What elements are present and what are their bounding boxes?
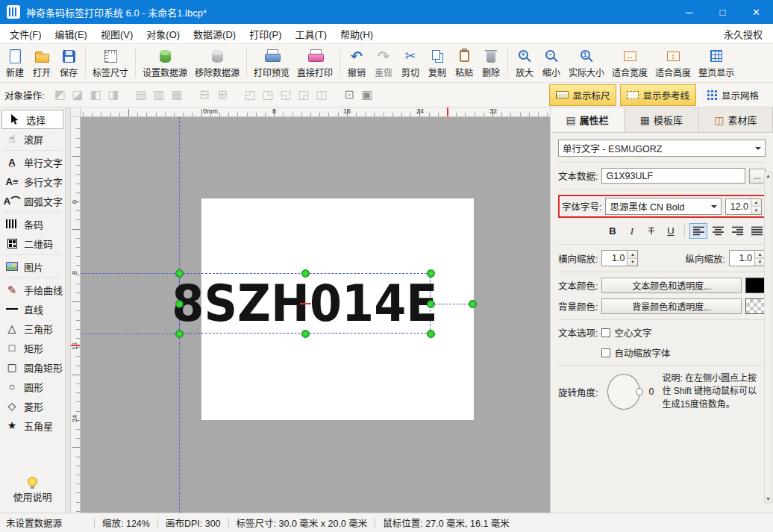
menu-help[interactable]: 帮助(H)	[334, 24, 380, 44]
align-center-button[interactable]	[709, 223, 727, 239]
spin-up-icon[interactable]: ▲	[751, 199, 761, 207]
spin-up-icon[interactable]: ▲	[628, 251, 637, 259]
sidebar-splitter[interactable]	[66, 107, 71, 513]
resize-handle-sw[interactable]	[175, 330, 184, 338]
resize-handle-se[interactable]	[427, 330, 435, 338]
tab-template-library[interactable]: 模板库	[625, 107, 698, 132]
tool-single-line-text[interactable]: 单行文字	[0, 152, 65, 172]
tool-pan[interactable]: 滚屏	[0, 129, 65, 148]
tool-circle[interactable]: 圆形	[0, 377, 65, 396]
spin-down-icon[interactable]: ▼	[751, 207, 761, 214]
fit-height-button[interactable]: ↕适合高度	[651, 44, 695, 82]
panel-scrollbar[interactable]: ▲ ▼	[764, 172, 772, 503]
align-middle-icon[interactable]	[259, 87, 276, 104]
direct-print-button[interactable]: 直接打印	[293, 44, 337, 82]
bg-color-swatch[interactable]	[745, 298, 766, 314]
copy-button[interactable]: 复制	[424, 44, 451, 82]
tool-rectangle[interactable]: 矩形	[0, 338, 65, 357]
send-backward-icon[interactable]	[104, 87, 122, 104]
canvas-viewport[interactable]: 8SZH014E	[81, 117, 550, 513]
menu-edit[interactable]: 编辑(E)	[48, 24, 94, 44]
menu-file[interactable]: 文件(F)	[3, 24, 48, 44]
redo-button[interactable]: ↷重做	[370, 44, 397, 82]
resize-handle-w[interactable]	[175, 300, 184, 308]
bring-forward-icon[interactable]	[87, 87, 104, 104]
equal-height-icon[interactable]	[313, 87, 330, 104]
zoom-out-button[interactable]: −缩小	[538, 44, 565, 82]
help-button[interactable]: 使用说明	[0, 471, 65, 513]
v-scale-spinner[interactable]: 1.0 ▲▼	[729, 250, 766, 266]
combine-icon[interactable]	[51, 87, 68, 104]
rotation-handle[interactable]	[469, 300, 477, 308]
show-ruler-button[interactable]: 显示标尺	[549, 84, 616, 106]
maximize-button[interactable]: □	[706, 0, 739, 24]
tool-diamond[interactable]: 菱形	[0, 396, 65, 416]
actual-size-button[interactable]: 1实际大小	[565, 44, 608, 82]
full-page-button[interactable]: 整页显示	[695, 44, 738, 82]
align-top-icon[interactable]	[241, 87, 258, 104]
label-size-button[interactable]: 标签尺寸	[89, 44, 132, 82]
tool-line[interactable]: 直线	[0, 299, 65, 319]
minimize-button[interactable]: ─	[672, 0, 706, 24]
tool-select[interactable]: 选择	[1, 110, 63, 129]
tab-assets-library[interactable]: 素材库	[699, 107, 773, 132]
new-button[interactable]: 新建	[1, 44, 28, 82]
menu-view[interactable]: 视图(V)	[94, 24, 140, 44]
tool-barcode[interactable]: 条码	[0, 214, 65, 234]
resize-handle-nw[interactable]	[175, 269, 184, 278]
menu-tools[interactable]: 工具(T)	[288, 24, 334, 44]
menu-object[interactable]: 对象(O)	[140, 24, 187, 44]
menu-datasource[interactable]: 数据源(D)	[187, 24, 242, 44]
equal-v-spacing-icon[interactable]	[213, 87, 231, 104]
crop-icon[interactable]	[358, 87, 375, 104]
tool-arc-text[interactable]: 圆弧文字	[0, 191, 65, 210]
tool-triangle[interactable]: 三角形	[0, 319, 65, 338]
scroll-up-icon[interactable]: ▲	[766, 173, 771, 178]
paste-button[interactable]: 粘贴	[451, 44, 478, 82]
align-left-icon[interactable]	[132, 87, 149, 104]
delete-button[interactable]: 删除	[478, 44, 504, 82]
print-preview-button[interactable]: 打印预览	[250, 44, 293, 82]
bold-button[interactable]: B	[604, 223, 622, 239]
equal-width-icon[interactable]	[295, 87, 312, 104]
align-center-h-icon[interactable]	[150, 87, 167, 104]
font-family-dropdown[interactable]: 思源黑体 CN Bold	[605, 198, 722, 215]
resize-handle-n[interactable]	[301, 269, 310, 278]
rotation-knob[interactable]	[636, 388, 643, 395]
rotation-dial[interactable]	[607, 374, 640, 410]
show-grid-button[interactable]: 显示网格	[700, 84, 766, 106]
equal-h-spacing-icon[interactable]	[195, 87, 213, 104]
hollow-text-checkbox[interactable]	[601, 328, 610, 337]
open-button[interactable]: 打开	[28, 44, 55, 82]
object-selector-dropdown[interactable]: 单行文字 - ESMUGORZ	[558, 140, 766, 157]
align-right-icon[interactable]	[168, 87, 185, 104]
tool-star[interactable]: 五角星	[0, 416, 65, 435]
align-left-button[interactable]	[689, 223, 707, 239]
text-color-swatch[interactable]	[745, 278, 766, 293]
italic-button[interactable]: I	[623, 223, 641, 239]
resize-handle-ne[interactable]	[427, 269, 435, 278]
set-datasource-button[interactable]: 设置数据源	[139, 44, 191, 82]
save-button[interactable]: 保存	[55, 44, 82, 82]
scroll-down-icon[interactable]: ▼	[766, 496, 771, 501]
menu-print[interactable]: 打印(P)	[242, 24, 288, 44]
close-button[interactable]: ✕	[739, 0, 773, 24]
underline-button[interactable]: U	[662, 223, 680, 239]
h-scale-spinner[interactable]: 1.0 ▲▼	[601, 250, 638, 266]
tool-rounded-rect[interactable]: 圆角矩形	[0, 357, 65, 377]
tab-properties[interactable]: 属性栏	[551, 107, 625, 132]
cut-button[interactable]: ✂剪切	[397, 44, 424, 82]
spin-down-icon[interactable]: ▼	[628, 259, 637, 266]
tool-multi-line-text[interactable]: 多行文字	[0, 172, 65, 191]
break-combine-icon[interactable]	[69, 87, 86, 104]
strikethrough-button[interactable]: T	[642, 223, 660, 239]
tool-image[interactable]: 图片	[0, 257, 65, 276]
show-guides-button[interactable]: 显示参考线	[620, 84, 696, 106]
resize-handle-s[interactable]	[301, 330, 310, 338]
align-bottom-icon[interactable]	[277, 87, 294, 104]
zoom-in-button[interactable]: +放大	[511, 44, 538, 82]
text-data-input[interactable]: G1X93ULF	[601, 168, 745, 184]
auto-scale-font-checkbox[interactable]	[601, 348, 610, 357]
text-color-button[interactable]: 文本颜色和透明度...	[601, 278, 742, 293]
tool-qrcode[interactable]: 二维码	[0, 234, 65, 253]
